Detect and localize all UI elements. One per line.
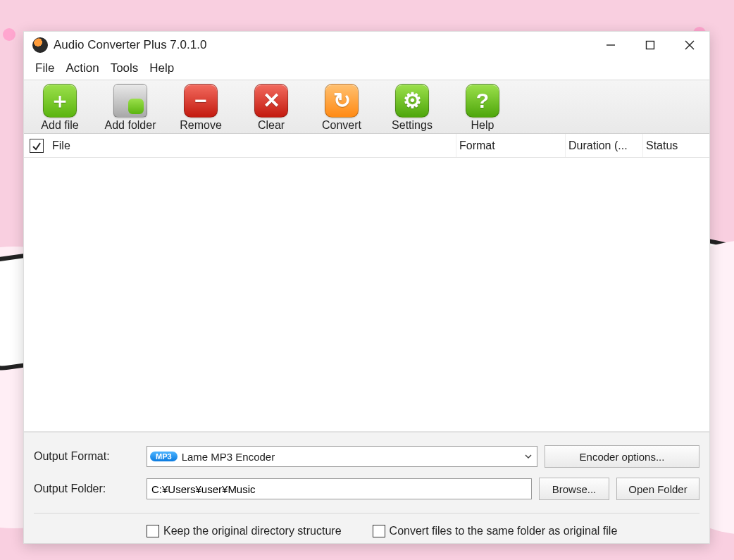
- menu-bar: File Action Tools Help: [24, 58, 709, 80]
- menu-help[interactable]: Help: [145, 60, 178, 77]
- output-panel: Output Format: MP3 Lame MP3 Encoder Enco…: [24, 432, 709, 543]
- same-folder-label: Convert files to the same folder as orig…: [390, 525, 618, 537]
- x-icon: ✕: [254, 84, 288, 118]
- column-status[interactable]: Status: [642, 134, 709, 157]
- list-header: File Format Duration (... Status: [24, 134, 709, 158]
- help-button[interactable]: ? Help: [454, 81, 511, 132]
- menu-file[interactable]: File: [31, 60, 58, 77]
- encoder-options-button[interactable]: Encoder options...: [545, 445, 699, 468]
- output-folder-label: Output Folder:: [34, 483, 139, 495]
- close-button[interactable]: [670, 32, 709, 58]
- browse-button[interactable]: Browse...: [539, 478, 609, 500]
- output-format-select[interactable]: MP3 Lame MP3 Encoder: [147, 446, 537, 467]
- toolbar: ＋ Add file + Add folder − Remove ✕ Clear…: [24, 80, 709, 134]
- column-format[interactable]: Format: [456, 134, 565, 157]
- menu-tools[interactable]: Tools: [106, 60, 143, 77]
- open-folder-button[interactable]: Open Folder: [616, 478, 699, 500]
- svg-rect-1: [647, 42, 654, 49]
- toolbar-label: Settings: [392, 119, 433, 132]
- output-format-label: Output Format:: [34, 450, 139, 463]
- refresh-icon: ↻: [325, 84, 359, 118]
- file-list[interactable]: [24, 158, 709, 432]
- settings-button[interactable]: ⚙ Settings: [383, 81, 441, 132]
- select-all-checkbox[interactable]: [30, 139, 44, 153]
- close-icon: [685, 40, 695, 50]
- maximize-button[interactable]: [630, 32, 670, 58]
- desktop-dot: [3, 28, 15, 41]
- app-window: Audio Converter Plus 7.0.1.0 File Action…: [23, 31, 710, 544]
- app-icon: [32, 37, 48, 53]
- minus-icon: −: [184, 84, 218, 118]
- output-format-value: Lame MP3 Encoder: [182, 451, 275, 463]
- title-bar[interactable]: Audio Converter Plus 7.0.1.0: [24, 32, 709, 58]
- same-folder-option[interactable]: Convert files to the same folder as orig…: [373, 525, 618, 537]
- toolbar-label: Convert: [322, 119, 361, 132]
- toolbar-label: Add folder: [105, 119, 156, 132]
- chevron-down-icon: [524, 451, 533, 463]
- maximize-icon: [645, 40, 655, 50]
- window-title: Audio Converter Plus 7.0.1.0: [54, 38, 206, 52]
- convert-button[interactable]: ↻ Convert: [313, 81, 371, 132]
- remove-button[interactable]: − Remove: [172, 81, 230, 132]
- checkbox-icon: [373, 525, 385, 537]
- menu-action[interactable]: Action: [61, 60, 103, 77]
- plus-icon: ＋: [43, 84, 77, 118]
- add-file-button[interactable]: ＋ Add file: [31, 81, 89, 132]
- add-folder-button[interactable]: + Add folder: [101, 81, 159, 132]
- gear-icon: ⚙: [395, 84, 429, 118]
- check-icon: [32, 141, 42, 151]
- keep-structure-option[interactable]: Keep the original directory structure: [147, 525, 342, 537]
- separator: [34, 513, 699, 514]
- format-badge: MP3: [150, 452, 178, 461]
- toolbar-label: Add file: [41, 119, 78, 132]
- question-icon: ?: [466, 84, 499, 118]
- toolbar-label: Help: [471, 119, 494, 132]
- folder-plus-icon: +: [113, 84, 147, 118]
- column-duration[interactable]: Duration (...: [565, 134, 642, 157]
- keep-structure-label: Keep the original directory structure: [163, 525, 342, 537]
- toolbar-label: Clear: [258, 119, 285, 132]
- checkbox-icon: [147, 525, 159, 537]
- minimize-button[interactable]: [591, 32, 630, 58]
- clear-button[interactable]: ✕ Clear: [242, 81, 300, 132]
- toolbar-label: Remove: [180, 119, 222, 132]
- minimize-icon: [606, 40, 616, 50]
- column-file[interactable]: File: [49, 134, 456, 157]
- output-folder-input[interactable]: [147, 478, 532, 499]
